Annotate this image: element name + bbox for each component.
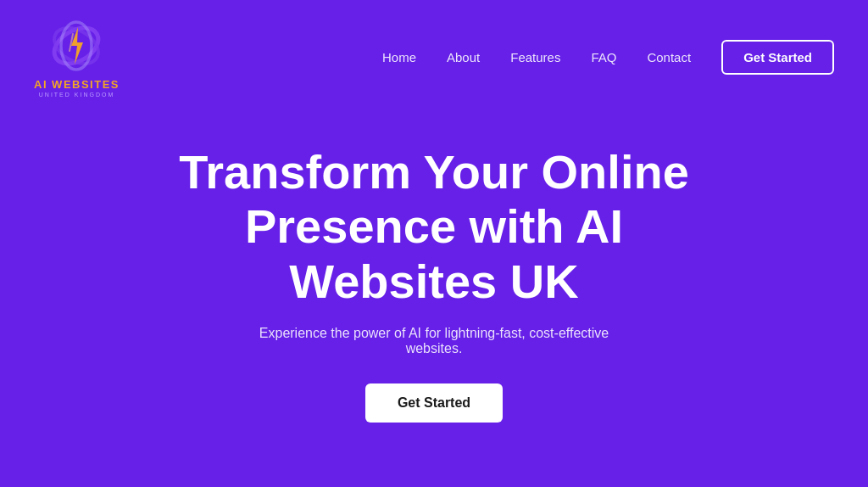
brand-title: AI WEBSITES <box>34 78 120 91</box>
nav-link-features[interactable]: Features <box>510 50 560 64</box>
logo-area: AI WEBSITES UNITED KINGDOM <box>34 17 120 98</box>
page-wrapper: AI WEBSITES UNITED KINGDOM Home About Fe… <box>0 0 868 487</box>
hero-section: Transform Your Online Presence with AI W… <box>0 115 868 487</box>
nav-link-about[interactable]: About <box>447 50 480 64</box>
logo-icon <box>47 17 107 76</box>
get-started-hero-button[interactable]: Get Started <box>365 383 503 423</box>
logo-svg <box>47 17 105 75</box>
get-started-nav-button[interactable]: Get Started <box>721 40 834 75</box>
nav-links: Home About Features FAQ Contact Get Star… <box>382 40 834 75</box>
navbar: AI WEBSITES UNITED KINGDOM Home About Fe… <box>0 0 868 115</box>
nav-link-home[interactable]: Home <box>382 50 416 64</box>
hero-subtitle: Experience the power of AI for lightning… <box>231 326 637 356</box>
nav-link-contact[interactable]: Contact <box>647 50 691 64</box>
brand-subtitle: UNITED KINGDOM <box>34 92 120 98</box>
hero-title: Transform Your Online Presence with AI W… <box>159 145 709 309</box>
nav-link-faq[interactable]: FAQ <box>591 50 616 64</box>
svg-line-4 <box>70 34 73 51</box>
logo-text: AI WEBSITES UNITED KINGDOM <box>34 78 120 98</box>
